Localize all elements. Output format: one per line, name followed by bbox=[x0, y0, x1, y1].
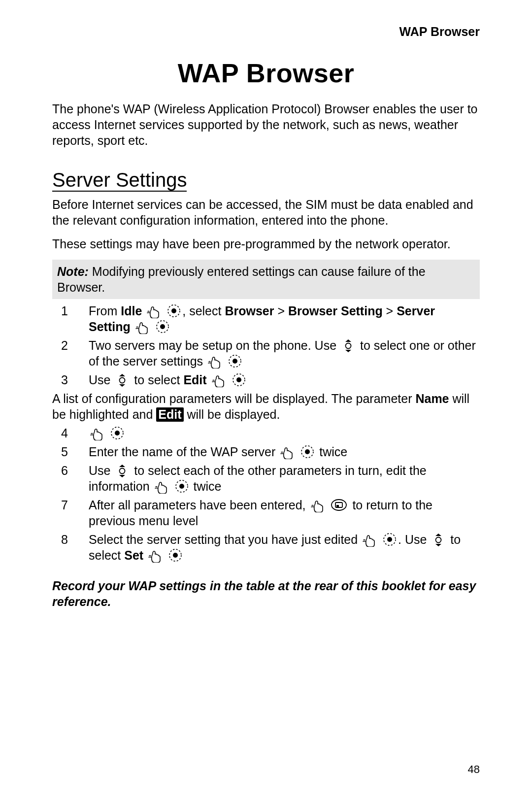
step-text: After all parameters have been entered, … bbox=[89, 497, 480, 529]
note-label: Note: bbox=[57, 265, 89, 278]
step-text bbox=[89, 425, 480, 441]
section-heading: Server Settings bbox=[52, 169, 187, 192]
step-text: From Idle , select Browser > Browser Set… bbox=[89, 303, 480, 335]
hand-icon bbox=[148, 548, 163, 563]
nav-center-icon bbox=[168, 548, 183, 563]
nav-center-icon bbox=[300, 444, 315, 459]
hand-icon bbox=[362, 532, 377, 547]
edit-chip: Edit bbox=[156, 407, 183, 422]
nav-center-icon bbox=[110, 426, 125, 440]
hand-icon bbox=[146, 303, 161, 318]
step-number: 5 bbox=[52, 444, 89, 460]
steps-list: 1 From Idle , select Browser > Browser S… bbox=[52, 303, 480, 388]
step-6: 6 Use to select each of the other parame… bbox=[52, 463, 480, 494]
hand-icon bbox=[135, 319, 150, 334]
step-number: 6 bbox=[52, 463, 89, 478]
nav-updown-icon bbox=[115, 464, 130, 478]
note-text: Modifying previously entered settings ca… bbox=[57, 265, 426, 294]
nav-center-icon bbox=[232, 372, 246, 387]
footer-note: Record your WAP settings in the table at… bbox=[52, 578, 480, 609]
hand-icon bbox=[207, 354, 222, 368]
step-text: Select the server setting that you have … bbox=[89, 532, 480, 563]
step-5: 5 Enter the name of the WAP server twice bbox=[52, 444, 480, 460]
nav-center-icon bbox=[166, 303, 181, 318]
section-paragraph-2: These settings may have been pre-program… bbox=[52, 236, 480, 252]
step-1: 1 From Idle , select Browser > Browser S… bbox=[52, 303, 480, 335]
step-text: Use to select each of the other paramete… bbox=[89, 463, 480, 494]
step-text: Enter the name of the WAP server twice bbox=[89, 444, 480, 460]
page-number: 48 bbox=[468, 763, 480, 776]
hand-icon bbox=[310, 498, 325, 512]
mid-paragraph: A list of configuration parameters will … bbox=[52, 391, 480, 422]
steps-list-2: 4 5 Enter the name of the WAP server twi… bbox=[52, 425, 480, 563]
step-number: 8 bbox=[52, 532, 89, 547]
back-key-icon bbox=[330, 498, 348, 512]
page: WAP Browser WAP Browser The phone's WAP … bbox=[0, 0, 532, 804]
intro-paragraph: The phone's WAP (Wireless Application Pr… bbox=[52, 101, 480, 148]
hand-icon bbox=[280, 444, 295, 459]
running-head: WAP Browser bbox=[52, 24, 480, 39]
nav-center-icon bbox=[228, 354, 242, 368]
step-text: Two servers may be setup on the phone. U… bbox=[89, 337, 480, 369]
nav-updown-icon bbox=[341, 339, 356, 353]
hand-icon bbox=[154, 479, 169, 494]
step-7: 7 After all parameters have been entered… bbox=[52, 497, 480, 529]
note-box: Note: Modifying previously entered setti… bbox=[52, 260, 480, 299]
hand-icon bbox=[211, 372, 226, 387]
nav-updown-icon bbox=[431, 533, 446, 547]
step-number: 7 bbox=[52, 497, 89, 513]
step-8: 8 Select the server setting that you hav… bbox=[52, 532, 480, 563]
step-2: 2 Two servers may be setup on the phone.… bbox=[52, 337, 480, 369]
step-4: 4 bbox=[52, 425, 480, 441]
nav-center-icon bbox=[155, 319, 170, 334]
page-title: WAP Browser bbox=[52, 56, 480, 90]
nav-center-icon bbox=[174, 479, 189, 494]
nav-updown-icon bbox=[115, 373, 130, 387]
step-number: 3 bbox=[52, 372, 89, 388]
step-text: Use to select Edit bbox=[89, 372, 480, 388]
step-number: 2 bbox=[52, 337, 89, 353]
nav-center-icon bbox=[382, 532, 397, 547]
hand-icon bbox=[90, 426, 104, 440]
step-number: 1 bbox=[52, 303, 89, 319]
section-paragraph-1: Before Internet services can be accessed… bbox=[52, 197, 480, 228]
step-number: 4 bbox=[52, 425, 89, 441]
step-3: 3 Use to select Edit bbox=[52, 372, 480, 388]
